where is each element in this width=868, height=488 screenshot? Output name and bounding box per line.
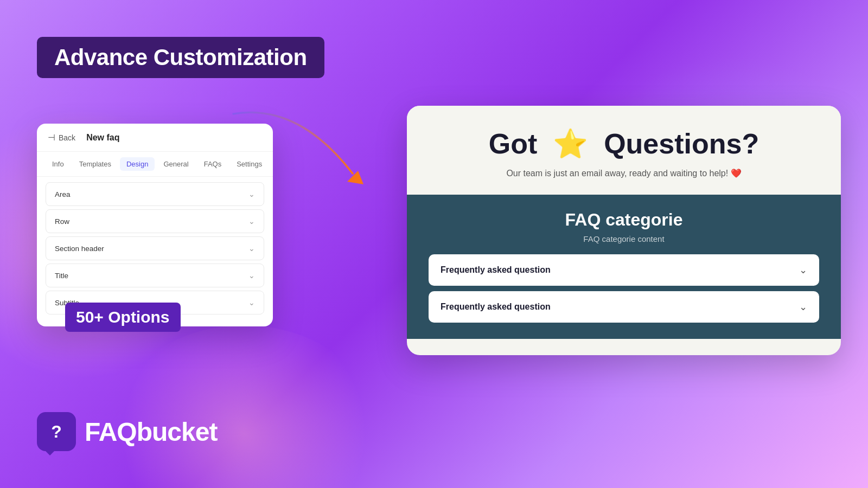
tab-info[interactable]: Info (46, 157, 71, 171)
faq-chevron-2: ⌄ (799, 301, 807, 313)
faq-question-row-2[interactable]: Frequently asked question ⌄ (429, 291, 819, 323)
editor-title: New faq (86, 133, 119, 143)
editor-row-row[interactable]: Row ⌄ (46, 209, 264, 233)
faq-question-text-2: Frequently asked question (441, 302, 551, 312)
tab-general[interactable]: General (157, 157, 195, 171)
chevron-subtitle-icon: ⌄ (248, 298, 255, 307)
logo-icon-container: ? (37, 412, 76, 451)
row-title-label: Title (55, 272, 68, 280)
faq-question-text-1: Frequently asked question (441, 265, 551, 275)
back-icon: ⊣ (48, 132, 55, 143)
faq-category-title: FAQ categorie (429, 210, 819, 230)
main-title-banner: Advance Customization (37, 37, 324, 78)
editor-tabs: Info Templates Design General FAQs Setti… (37, 152, 273, 177)
chevron-row-icon: ⌄ (248, 217, 255, 226)
editor-row-section-header[interactable]: Section header ⌄ (46, 236, 264, 260)
faq-preview-panel: Got ⭐ Questions? Our team is just an ema… (407, 106, 841, 355)
back-label: Back (59, 133, 75, 142)
chevron-title-icon: ⌄ (248, 271, 255, 280)
brand-name: FAQbucket (85, 417, 217, 447)
chevron-section-header-icon: ⌄ (248, 244, 255, 253)
chevron-area-icon: ⌄ (248, 190, 255, 198)
options-label-text: 50+ Options (76, 308, 170, 326)
faq-title-emoji: ⭐ (553, 127, 588, 160)
editor-row-area[interactable]: Area ⌄ (46, 182, 264, 206)
faq-dark-section: FAQ categorie FAQ categorie content Freq… (407, 195, 841, 339)
logo-question-mark: ? (51, 422, 62, 442)
tab-design[interactable]: Design (120, 157, 155, 171)
faq-top-section: Got ⭐ Questions? Our team is just an ema… (407, 106, 841, 195)
faq-main-title: Got ⭐ Questions? (429, 127, 819, 160)
tab-faqs[interactable]: FAQs (197, 157, 228, 171)
faq-category-subtitle: FAQ categorie content (429, 234, 819, 243)
tab-settings[interactable]: Settings (230, 157, 269, 171)
faqbucket-logo: ? FAQbucket (37, 412, 217, 451)
main-title: Advance Customization (54, 44, 307, 70)
options-label-banner: 50+ Options (65, 303, 181, 332)
faq-chevron-1: ⌄ (799, 264, 807, 276)
editor-panel: ⊣ Back New faq Info Templates Design Gen… (37, 124, 273, 326)
faq-question-row-1[interactable]: Frequently asked question ⌄ (429, 254, 819, 286)
faq-title-part1: Got (489, 128, 538, 159)
editor-row-title[interactable]: Title ⌄ (46, 264, 264, 287)
editor-header: ⊣ Back New faq (37, 124, 273, 152)
row-area-label: Area (55, 190, 71, 198)
tab-templates[interactable]: Templates (73, 157, 118, 171)
back-button[interactable]: ⊣ Back (48, 132, 75, 143)
row-section-header-label: Section header (55, 245, 104, 253)
faq-subtitle: Our team is just an email away, ready an… (429, 168, 819, 178)
faq-title-part2: Questions? (604, 128, 759, 159)
svg-marker-0 (347, 171, 363, 184)
row-row-label: Row (55, 217, 69, 226)
